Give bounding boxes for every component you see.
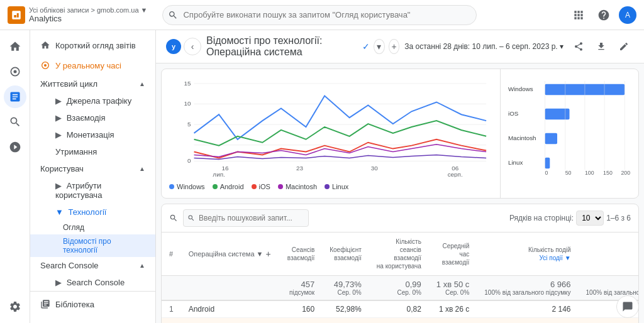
- sidebar-group-search-console-header[interactable]: Search Console ▲: [30, 257, 155, 274]
- search-bar: [162, 5, 477, 25]
- col-conversions[interactable]: КонверсіїУсі події ▼: [579, 233, 639, 276]
- sidebar-child-retention[interactable]: Утримання: [30, 143, 155, 160]
- explore-nav-btn[interactable]: [4, 111, 26, 133]
- grid-icon-btn[interactable]: [569, 5, 589, 25]
- reports-nav-btn[interactable]: [4, 85, 26, 108]
- row-1-os: Android: [181, 300, 280, 318]
- row-2-num: 2: [162, 318, 181, 324]
- realtime-nav-btn[interactable]: [4, 60, 26, 83]
- svg-text:iOS: iOS: [508, 110, 519, 117]
- svg-point-1: [13, 70, 16, 74]
- sidebar-child-search-console[interactable]: ▶ Search Console: [30, 274, 155, 291]
- sidebar-child-traffic[interactable]: ▶ Джерела трафіку: [30, 92, 155, 109]
- sidebar-child-engagement[interactable]: ▶ Взаємодія: [30, 109, 155, 126]
- table-search-input[interactable]: [183, 209, 309, 227]
- totals-num: [162, 276, 181, 301]
- user-chevron: ▲: [139, 165, 145, 172]
- legend-windows: Windows: [169, 183, 205, 190]
- svg-text:50: 50: [565, 170, 572, 176]
- sidebar-group-lifecycle-header[interactable]: Життєвий цикл ▲: [30, 75, 155, 92]
- sidebar-group-user-header[interactable]: Користувач ▲: [30, 160, 155, 177]
- svg-text:100: 100: [585, 170, 594, 176]
- left-nav-icons: [0, 30, 30, 323]
- col-sessions-per-user[interactable]: Кількістьсеансіввзаємодіїна користувача: [369, 233, 429, 276]
- row-2-os: Windows: [181, 318, 280, 324]
- help-icon-btn[interactable]: [594, 5, 614, 25]
- user-avatar[interactable]: A: [619, 6, 636, 24]
- tech-overview-label: Огляд: [63, 223, 84, 232]
- row-2-events: 4 017: [477, 318, 578, 324]
- legend-label-linux: Linux: [332, 183, 348, 190]
- row-1-engagement: 52,98%: [322, 300, 369, 318]
- sidebar: Короткий огляд звітів У реальному часі Ж…: [30, 30, 156, 323]
- sidebar-subchild-tech-details[interactable]: Відомості про технології: [30, 234, 155, 257]
- title-dropdown-btn[interactable]: ▾: [374, 39, 385, 54]
- traffic-label: Джерела трафіку: [67, 96, 132, 106]
- action-icons: [569, 36, 634, 57]
- sidebar-item-overview[interactable]: Короткий огляд звітів: [30, 35, 155, 55]
- totals-sessions: 457 підсумок: [280, 276, 323, 301]
- sidebar-child-user-attr[interactable]: ▶ Атрибути користувача: [30, 177, 155, 204]
- engagement-label: Взаємодія: [67, 113, 106, 123]
- tech-expand-icon: ▼: [55, 207, 64, 217]
- app-name: Analytics: [29, 14, 147, 23]
- svg-text:150: 150: [603, 170, 613, 176]
- row-2-sessions: 237: [280, 318, 323, 324]
- home-icon: [40, 40, 50, 50]
- row-1-num: 1: [162, 300, 181, 318]
- col-sessions[interactable]: Сеансіввзаємодії: [280, 233, 323, 276]
- svg-rect-24: [545, 109, 570, 120]
- sidebar-group-search-console: Search Console ▲ ▶ Search Console: [30, 257, 155, 291]
- retention-label: Утримання: [55, 147, 97, 156]
- back-btn[interactable]: ‹: [184, 38, 201, 55]
- top-icons: A: [569, 5, 636, 25]
- edit-btn[interactable]: [614, 36, 634, 57]
- sidebar-collapse-btn[interactable]: ‹: [130, 319, 150, 323]
- col-os[interactable]: Операційна система ▼ +: [181, 233, 280, 276]
- legend-ios: iOS: [252, 183, 270, 190]
- chart-section: 15 10 5 0: [161, 68, 639, 199]
- share-btn[interactable]: [569, 36, 589, 57]
- col-avg-time[interactable]: Середнійчасвзаємодії: [429, 233, 477, 276]
- sidebar-footer-area: Бібліотека: [30, 291, 155, 317]
- realtime-icon: [40, 60, 50, 70]
- advertising-nav-btn[interactable]: [4, 136, 26, 158]
- content-header: у ‹ Відомості про технології: Операційна…: [156, 30, 644, 63]
- date-range[interactable]: За останні 28 днів: 10 лип. – 6 серп. 20…: [404, 42, 564, 51]
- totals-os: [181, 276, 280, 301]
- analytics-logo-icon: [8, 6, 25, 24]
- logo-area: Усі облікові записи > gmob.com.ua ▼ Anal…: [8, 6, 147, 24]
- row-2-conv: 55,00: [579, 318, 639, 324]
- legend-label-ios: iOS: [259, 183, 270, 190]
- top-bar: Усі облікові записи > gmob.com.ua ▼ Anal…: [0, 0, 644, 30]
- rows-per-page-select[interactable]: 10 25 50: [576, 211, 604, 226]
- svg-text:серп.: серп.: [448, 171, 463, 177]
- home-nav-btn[interactable]: [4, 35, 26, 58]
- legend-macintosh: Macintosh: [278, 183, 317, 190]
- breadcrumb-nav: у ‹: [166, 38, 201, 55]
- table-section: Рядків на сторінці: 10 25 50 1–6 з 6 #: [161, 204, 639, 323]
- sidebar-group-user: Користувач ▲ ▶ Атрибути користувача ▼ Те…: [30, 160, 155, 257]
- sidebar-item-library[interactable]: Бібліотека: [30, 294, 155, 314]
- col-engagement-rate[interactable]: Коефіцієнтвзаємодії: [322, 233, 369, 276]
- col-event-count[interactable]: Кількість подійУсі події ▼: [477, 233, 578, 276]
- sidebar-child-tech[interactable]: ▼ Технології: [30, 204, 155, 221]
- search-input[interactable]: [162, 5, 477, 25]
- add-col-btn[interactable]: +: [265, 249, 272, 259]
- svg-point-3: [44, 64, 47, 67]
- svg-text:10: 10: [184, 100, 191, 107]
- sidebar-child-monetization[interactable]: ▶ Монетизація: [30, 126, 155, 143]
- chat-btn[interactable]: [616, 295, 639, 318]
- sidebar-collapse-area: ‹: [30, 317, 155, 323]
- sidebar-subchild-tech-overview[interactable]: Огляд: [30, 221, 155, 234]
- main-layout: Короткий огляд звітів У реальному часі Ж…: [0, 30, 644, 323]
- export-btn[interactable]: [591, 36, 611, 57]
- sidebar-item-realtime[interactable]: У реальному часі: [30, 55, 155, 75]
- search-console-chevron: ▲: [139, 262, 145, 269]
- settings-nav-btn[interactable]: [4, 295, 26, 318]
- title-add-btn[interactable]: +: [389, 39, 400, 54]
- bar-chart-svg: Windows iOS Macintosh Linux 0 50 100 1: [508, 77, 631, 177]
- table-row: 1 Android 160 52,98% 0,82 1 хв 26 с 2 14…: [162, 300, 639, 318]
- totals-events: 6 966 100% від загального підсумку: [477, 276, 578, 301]
- legend-label-android: Android: [220, 183, 244, 190]
